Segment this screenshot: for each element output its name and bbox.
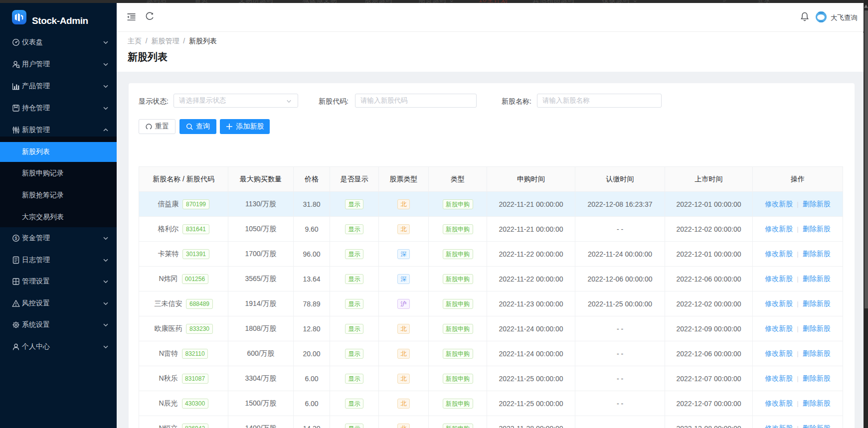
svg-text:$: $: [14, 236, 17, 241]
